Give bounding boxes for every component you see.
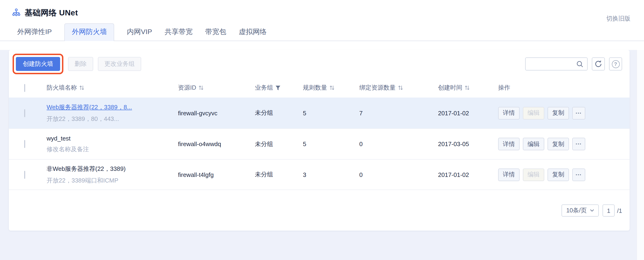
search-input[interactable] — [529, 61, 576, 67]
business-group: 未分组 — [255, 170, 303, 179]
firewall-remark: 开放22，3389端口和ICMP — [46, 176, 178, 185]
tab-virtual-network[interactable]: 虚拟网络 — [239, 24, 267, 41]
detail-button[interactable]: 详情 — [498, 138, 520, 150]
screen: 基础网络 UNet 切换旧版 外网弹性IP 外网防火墙 内网VIP 共享带宽 带… — [0, 0, 644, 260]
firewall-remark: 开放22，3389，80，443... — [46, 115, 178, 123]
total-pages: /1 — [617, 207, 622, 214]
tab-eip[interactable]: 外网弹性IP — [17, 24, 52, 41]
table-row[interactable]: Web服务器推荐(22，3389，8... 开放22，3389，80，443..… — [9, 97, 630, 128]
firewall-remark: 修改名称及备注 — [46, 145, 178, 153]
column-header-actions: 操作 — [498, 84, 630, 92]
created-time: 2017-01-02 — [438, 171, 498, 178]
sort-icon[interactable] — [330, 85, 334, 91]
select-all-checkbox[interactable] — [24, 84, 25, 92]
copy-button[interactable]: 复制 — [548, 138, 569, 150]
row-checkbox[interactable] — [24, 140, 25, 148]
search-icon[interactable] — [576, 60, 584, 67]
refresh-button[interactable] — [592, 57, 605, 70]
toolbar-right: ? — [525, 57, 622, 70]
sort-icon[interactable] — [398, 85, 403, 91]
row-checkbox[interactable] — [24, 109, 25, 117]
detail-button[interactable]: 详情 — [498, 168, 520, 181]
more-actions-button[interactable]: ••• — [572, 107, 585, 119]
page-size-value: 10条/页 — [566, 206, 587, 215]
bound-count: 0 — [359, 141, 438, 148]
more-icon: ••• — [576, 142, 582, 146]
page-size-select[interactable]: 10条/页 — [562, 204, 599, 217]
create-firewall-button[interactable]: 创建防火墙 — [16, 57, 60, 71]
switch-old-version-link[interactable]: 切换旧版 — [606, 15, 630, 23]
more-actions-button[interactable]: ••• — [572, 168, 585, 181]
tab-firewall[interactable]: 外网防火墙 — [64, 23, 114, 41]
rule-count: 5 — [303, 109, 359, 116]
column-header-name[interactable]: 防火墙名称 — [46, 84, 178, 92]
chevron-down-icon — [590, 209, 594, 212]
business-group: 未分组 — [255, 109, 303, 117]
content-area: 创建防火墙 删除 更改业务组 — [0, 50, 644, 260]
table-row[interactable]: 非Web服务器推荐(22，3389) 开放22，3389端口和ICMP fire… — [9, 159, 630, 190]
created-time: 2017-03-05 — [438, 141, 498, 148]
column-header-created-time[interactable]: 创建时间 — [438, 84, 498, 92]
current-page-box[interactable]: 1 — [602, 204, 615, 217]
edit-button[interactable]: 编辑 — [523, 107, 544, 119]
network-topology-icon — [12, 9, 20, 17]
table-row[interactable]: wyd_test 修改名称及备注 firewall-o4wwdq 未分组 5 0… — [9, 128, 630, 159]
rule-count: 3 — [303, 171, 359, 178]
sort-icon[interactable] — [198, 85, 204, 91]
tab-intranet-vip[interactable]: 内网VIP — [127, 24, 152, 41]
copy-button[interactable]: 复制 — [548, 107, 569, 119]
resource-id: firewall-gvcyvc — [178, 109, 255, 116]
resource-id: firewall-o4wwdq — [178, 141, 255, 148]
rule-count: 5 — [303, 141, 359, 148]
toolbar: 创建防火墙 删除 更改业务组 — [9, 50, 630, 74]
column-header-rule-count[interactable]: 规则数量 — [303, 84, 359, 92]
pagination: 10条/页 1 /1 — [562, 204, 622, 217]
bound-count: 7 — [359, 109, 438, 116]
page-title: 基础网络 UNet — [25, 7, 78, 18]
change-business-group-button[interactable]: 更改业务组 — [98, 57, 141, 71]
detail-button[interactable]: 详情 — [498, 107, 520, 119]
delete-button[interactable]: 删除 — [68, 57, 93, 71]
search-box — [525, 57, 588, 70]
help-button[interactable]: ? — [609, 57, 622, 70]
sort-icon[interactable] — [464, 85, 470, 91]
filter-icon[interactable] — [276, 85, 280, 90]
tab-bandwidth-package[interactable]: 带宽包 — [205, 24, 226, 41]
firewall-name-link[interactable]: Web服务器推荐(22，3389，8... — [46, 103, 132, 110]
firewall-name: wyd_test — [46, 135, 70, 142]
created-time: 2017-01-02 — [438, 109, 498, 116]
resource-id: firewall-t4lgfg — [178, 171, 255, 178]
edit-button[interactable]: 编辑 — [523, 138, 544, 150]
unet-console-page: 基础网络 UNet 切换旧版 外网弹性IP 外网防火墙 内网VIP 共享带宽 带… — [0, 0, 644, 260]
more-actions-button[interactable]: ••• — [572, 138, 585, 150]
help-icon: ? — [612, 60, 620, 68]
more-icon: ••• — [576, 173, 582, 177]
edit-button[interactable]: 编辑 — [523, 168, 544, 181]
scrollbar-track[interactable] — [636, 50, 644, 260]
column-header-resource-id[interactable]: 资源ID — [178, 84, 255, 92]
tab-shared-bandwidth[interactable]: 共享带宽 — [165, 24, 193, 41]
firewall-name: 非Web服务器推荐(22，3389) — [46, 165, 126, 172]
refresh-icon — [594, 60, 602, 68]
column-header-business-group[interactable]: 业务组 — [255, 84, 303, 92]
firewall-table-card: 创建防火墙 删除 更改业务组 — [9, 50, 630, 231]
copy-button[interactable]: 复制 — [548, 168, 569, 181]
page-header: 基础网络 UNet — [0, 0, 644, 18]
row-checkbox[interactable] — [24, 171, 25, 179]
table-header-row: 防火墙名称 资源ID 业务组 — [9, 78, 630, 97]
more-icon: ••• — [576, 111, 582, 115]
bound-count: 0 — [359, 171, 438, 178]
business-group: 未分组 — [255, 140, 303, 148]
column-header-bound-count[interactable]: 绑定资源数量 — [359, 84, 438, 92]
sort-icon[interactable] — [79, 85, 84, 91]
tab-bar: 外网弹性IP 外网防火墙 内网VIP 共享带宽 带宽包 虚拟网络 — [0, 23, 644, 41]
highlight-annotation-box: 创建防火墙 — [12, 54, 63, 74]
